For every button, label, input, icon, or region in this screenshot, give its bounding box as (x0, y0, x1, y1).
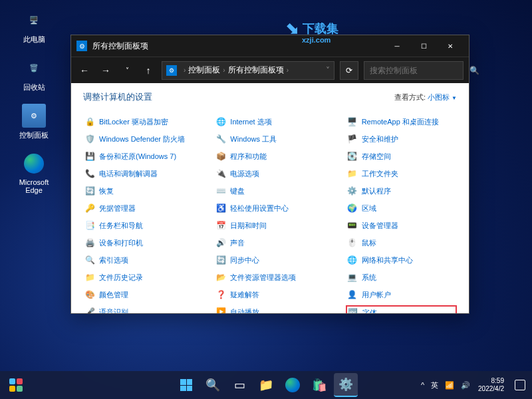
control-panel-item[interactable]: ⌨️键盘 (214, 184, 325, 198)
chevron-down-icon: ▼ (452, 95, 457, 101)
control-panel-item[interactable]: 🔊声音 (214, 236, 325, 249)
control-panel-item[interactable]: 🎨颜色管理 (83, 288, 194, 301)
item-icon: 📑 (84, 220, 95, 231)
control-panel-item[interactable]: 🛡️Windows Defender 防火墙 (83, 132, 194, 146)
tray-overflow-button[interactable]: ^ (421, 381, 424, 389)
desktop-icon-recycle-bin[interactable]: 🗑️ 回收站 (11, 56, 57, 92)
control-panel-item[interactable]: 🎤语音识别 (83, 305, 194, 313)
item-icon: ❓ (215, 289, 226, 300)
clock-time: 8:59 (478, 377, 504, 385)
item-label: 索引选项 (99, 255, 128, 265)
file-explorer-button[interactable]: 📁 (254, 373, 278, 397)
desktop-icon-this-pc[interactable]: 🖥️ 此电脑 (11, 8, 57, 45)
item-label: 程序和功能 (230, 152, 267, 162)
widgets-button[interactable] (7, 376, 25, 394)
control-panel-item[interactable]: 🔤字体 (346, 305, 457, 313)
control-panel-icon: ⚙ (22, 104, 46, 128)
edge-taskbar-button[interactable] (281, 373, 305, 397)
item-icon: 🔍 (84, 255, 95, 265)
control-panel-item[interactable]: 🖥️RemoteApp 和桌面连接 (346, 115, 457, 128)
item-label: 网络和共享中心 (362, 255, 413, 265)
control-panel-taskbar-button[interactable]: ⚙️ (334, 373, 358, 397)
control-panel-item[interactable]: ♿轻松使用设置中心 (214, 201, 325, 215)
control-panel-item[interactable]: 🔄恢复 (83, 184, 194, 198)
item-icon: 💻 (347, 272, 358, 283)
up-button[interactable]: ↑ (140, 63, 156, 78)
chevron-right-icon: › (223, 66, 225, 74)
back-button[interactable]: ← (76, 63, 92, 78)
item-icon: 📁 (84, 272, 95, 283)
control-panel-item[interactable]: 🔑凭据管理器 (83, 201, 194, 215)
control-panel-item[interactable]: 📟设备管理器 (346, 219, 457, 232)
item-label: 默认程序 (362, 186, 391, 196)
window-title: 所有控制面板项 (92, 41, 384, 52)
control-panel-item[interactable]: 📑任务栏和导航 (83, 219, 194, 232)
item-icon: 🌐 (347, 255, 358, 265)
item-label: 系统 (362, 273, 376, 283)
control-panel-item[interactable]: 🏴安全和维护 (346, 132, 457, 146)
wifi-icon[interactable]: 📶 (445, 381, 454, 390)
recent-dropdown[interactable]: ˅ (119, 63, 135, 78)
control-panel-item[interactable]: 🔌电源选项 (214, 167, 325, 180)
control-panel-item[interactable]: 🔄同步中心 (214, 253, 325, 267)
store-button[interactable]: 🛍️ (307, 373, 331, 397)
refresh-button[interactable]: ⟳ (340, 61, 358, 80)
item-label: 恢复 (99, 186, 114, 196)
task-view-button[interactable]: ▭ (227, 373, 251, 397)
item-label: 文件资源管理器选项 (230, 273, 296, 283)
control-panel-item[interactable]: ❓疑难解答 (214, 288, 325, 301)
item-icon: 💾 (84, 151, 95, 162)
control-panel-item[interactable]: 💾备份和还原(Windows 7) (83, 150, 194, 163)
search-box[interactable]: 🔍 (364, 61, 464, 80)
volume-icon[interactable]: 🔊 (461, 381, 470, 390)
item-label: 鼠标 (362, 238, 376, 248)
control-panel-item[interactable]: 📁工作文件夹 (346, 167, 457, 180)
control-panel-item[interactable]: 🔒BitLocker 驱动器加密 (83, 115, 194, 128)
breadcrumb-item[interactable]: 所有控制面板项 (228, 65, 284, 76)
items-grid: 🔒BitLocker 驱动器加密🛡️Windows Defender 防火墙💾备… (83, 115, 457, 313)
control-panel-item[interactable]: 📦程序和功能 (214, 150, 325, 163)
clock[interactable]: 8:59 2022/4/2 (478, 377, 504, 393)
item-label: 电话和调制解调器 (99, 169, 158, 179)
navigation-bar: ← → ˅ ↑ ⚙ › 控制面板 › 所有控制面板项 › ˅ ⟳ 🔍 (71, 57, 469, 83)
control-panel-item[interactable]: 📅日期和时间 (214, 219, 325, 232)
control-panel-item[interactable]: 🔧Windows 工具 (214, 132, 325, 146)
close-button[interactable]: ✕ (437, 35, 464, 57)
view-mode-dropdown[interactable]: 小图标 ▼ (428, 93, 457, 101)
control-panel-item[interactable]: 📂文件资源管理器选项 (214, 271, 325, 284)
item-icon: 🔌 (215, 168, 226, 179)
desktop-icon-edge[interactable]: Microsoft Edge (11, 152, 57, 194)
minimize-button[interactable]: ─ (384, 35, 410, 57)
item-label: 工作文件夹 (362, 169, 398, 179)
search-input[interactable] (370, 66, 469, 75)
control-panel-item[interactable]: 🌍区域 (346, 201, 457, 215)
item-icon: 💽 (347, 151, 358, 162)
window-titlebar[interactable]: ⚙ 所有控制面板项 ─ ☐ ✕ (71, 35, 469, 57)
control-panel-item[interactable]: 📞电话和调制解调器 (83, 167, 194, 180)
control-panel-item[interactable]: 💽存储空间 (346, 150, 457, 163)
control-panel-item[interactable]: 🔍索引选项 (83, 253, 194, 267)
desktop-icon-control-panel[interactable]: ⚙ 控制面板 (11, 104, 57, 140)
address-bar[interactable]: ⚙ › 控制面板 › 所有控制面板项 › ˅ (162, 61, 334, 80)
forward-button[interactable]: → (98, 63, 114, 78)
item-icon: 🔒 (84, 116, 95, 127)
control-panel-item[interactable]: 🖱️鼠标 (346, 236, 457, 249)
control-panel-item[interactable]: 💻系统 (346, 271, 457, 284)
control-panel-item[interactable]: ⚙️默认程序 (346, 184, 457, 198)
item-label: RemoteApp 和桌面连接 (362, 117, 439, 127)
maximize-button[interactable]: ☐ (410, 35, 437, 57)
control-panel-item[interactable]: 🌐网络和共享中心 (346, 253, 457, 267)
address-dropdown[interactable]: ˅ (326, 66, 330, 75)
item-label: Windows Defender 防火墙 (99, 134, 185, 144)
control-panel-item[interactable]: 📁文件历史记录 (83, 271, 194, 284)
control-panel-item[interactable]: 🖨️设备和打印机 (83, 236, 194, 249)
breadcrumb-item[interactable]: 控制面板 (188, 65, 220, 76)
item-label: 键盘 (230, 186, 245, 196)
control-panel-item[interactable]: ▶️自动播放 (214, 305, 325, 313)
control-panel-item[interactable]: 👤用户帐户 (346, 288, 457, 301)
search-taskbar-button[interactable]: 🔍 (201, 373, 225, 397)
notifications-button[interactable] (515, 380, 525, 390)
start-button[interactable] (174, 373, 198, 397)
ime-indicator[interactable]: 英 (431, 380, 438, 390)
control-panel-item[interactable]: 🌐Internet 选项 (214, 115, 325, 128)
